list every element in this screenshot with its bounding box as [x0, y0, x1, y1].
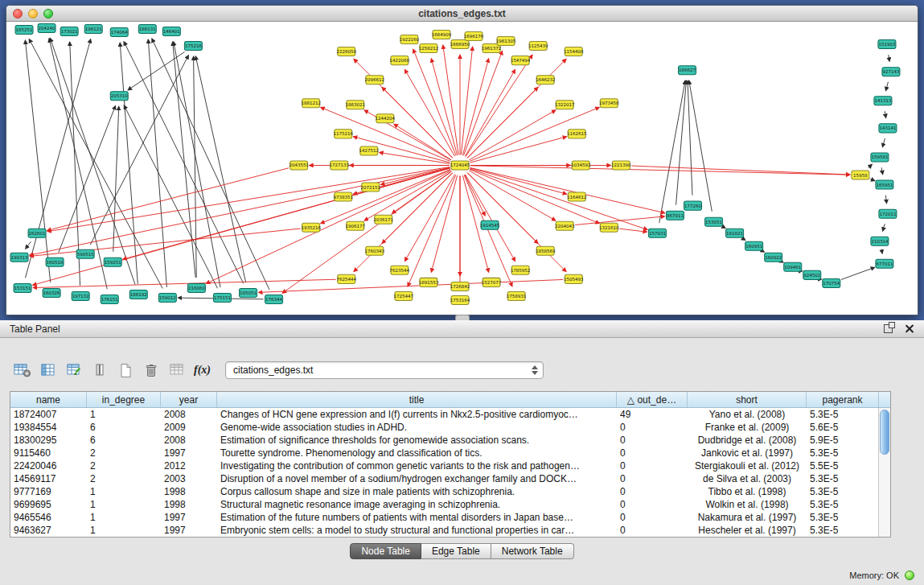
graph-node[interactable]: 1961305: [496, 37, 516, 46]
graph-node[interactable]: 173021: [60, 27, 78, 36]
graph-node[interactable]: 2043551: [289, 161, 308, 170]
graph-node[interactable]: 160922: [765, 253, 782, 262]
graph-node[interactable]: 1935216: [301, 223, 321, 232]
graph-node[interactable]: 1664909: [432, 31, 452, 39]
column-header-5[interactable]: short: [688, 392, 807, 407]
memory-indicator[interactable]: [905, 571, 914, 580]
table-row[interactable]: 969969511998Structural magnetic resonanc…: [10, 498, 890, 511]
new-table-button[interactable]: [114, 360, 136, 381]
graph-node[interactable]: 1164612: [567, 192, 586, 201]
graph-node[interactable]: 160326: [43, 288, 60, 297]
table-row[interactable]: 1456911722003Disruption of a novel membe…: [10, 472, 890, 485]
graph-node[interactable]: 262601: [28, 229, 46, 237]
graph-node[interactable]: 160518: [46, 257, 64, 266]
column-header-6[interactable]: pagerank: [807, 392, 879, 407]
edit-table-button[interactable]: [63, 360, 84, 381]
table-row[interactable]: 1938455462009Genome-wide association stu…: [10, 421, 890, 434]
graph-node[interactable]: 1753164: [450, 295, 470, 304]
graph-node[interactable]: 141313: [874, 97, 892, 105]
graph-node[interactable]: 1244204: [376, 114, 396, 123]
graph-node[interactable]: 216060: [187, 283, 205, 292]
graph-node[interactable]: 196121: [84, 25, 102, 34]
graph-node[interactable]: 165951: [876, 180, 893, 189]
graph-node[interactable]: 159012: [158, 293, 176, 302]
table-row[interactable]: 946554611997Estimation of the future num…: [10, 511, 890, 524]
graph-node[interactable]: 1547494: [511, 56, 531, 65]
graph-node[interactable]: 7625444: [337, 274, 357, 283]
mini-columns-button[interactable]: [88, 360, 110, 381]
graph-node[interactable]: 867911: [666, 211, 684, 220]
graph-node[interactable]: 15958: [852, 171, 869, 179]
graph-node[interactable]: 175151: [213, 293, 231, 302]
graph-node[interactable]: 176151: [101, 295, 118, 303]
close-window-button[interactable]: [13, 9, 23, 19]
graph-node[interactable]: 1154408: [564, 47, 584, 56]
tab-node-table[interactable]: Node Table: [350, 543, 421, 559]
graph-node[interactable]: 157931: [648, 229, 666, 237]
graph-node[interactable]: 1863021: [346, 101, 365, 109]
graph-node[interactable]: 1427512: [359, 146, 379, 155]
close-panel-icon[interactable]: [904, 323, 914, 334]
column-header-1[interactable]: in_degree: [87, 392, 161, 407]
graph-node[interactable]: 210314: [871, 237, 889, 245]
graph-node[interactable]: 1696176: [464, 32, 484, 41]
tab-edge-table[interactable]: Edge Table: [421, 543, 491, 559]
graph-node[interactable]: 924502: [803, 270, 821, 279]
graph-node[interactable]: 170754: [823, 278, 840, 287]
delete-table-button[interactable]: [140, 360, 162, 381]
graph-node[interactable]: 166627: [678, 66, 696, 75]
graph-node[interactable]: 1258212: [419, 44, 438, 53]
select-columns-button[interactable]: [37, 360, 59, 381]
graph-node[interactable]: 159581: [871, 153, 889, 162]
column-header-2[interactable]: year: [161, 392, 217, 407]
graph-node[interactable]: 1666950: [450, 40, 470, 49]
tab-network-table[interactable]: Network Table: [491, 543, 574, 559]
table-source-dropdown[interactable]: citations_edges.txt: [225, 361, 544, 379]
graph-node[interactable]: 1527077: [482, 278, 502, 286]
function-builder-button[interactable]: f(x): [191, 360, 213, 381]
graph-node[interactable]: 186131: [138, 25, 156, 34]
graph-node[interactable]: 185051: [240, 288, 257, 297]
graph-node[interactable]: 1034592: [571, 161, 590, 170]
column-header-0[interactable]: name: [10, 392, 87, 407]
float-panel-icon[interactable]: [884, 324, 893, 333]
graph-node[interactable]: 1906177: [346, 221, 366, 230]
minimize-window-button[interactable]: [28, 9, 38, 19]
table-row[interactable]: 1872400712008Changes of HCN gene express…: [10, 408, 890, 421]
graph-node[interactable]: 2036171: [374, 215, 393, 224]
graph-node[interactable]: 1922160: [400, 35, 420, 44]
graph-node[interactable]: 177260: [684, 201, 701, 210]
graph-node[interactable]: 1322017: [555, 101, 575, 109]
table-row[interactable]: 911546021997Tourette syndrome. Phenomeno…: [10, 447, 890, 459]
graph-node[interactable]: 143141: [879, 124, 897, 133]
window-title-bar[interactable]: citations_edges.txt: [6, 6, 918, 22]
table-row[interactable]: 977716911998Corpus callosum shape and si…: [10, 485, 890, 498]
graph-node[interactable]: 7623544: [390, 266, 410, 274]
graph-node[interactable]: 9738351: [333, 192, 352, 201]
graph-node[interactable]: 1505493: [564, 274, 584, 283]
graph-node[interactable]: 197132: [72, 291, 89, 300]
column-header-4[interactable]: △ out_de…: [617, 392, 688, 407]
graph-node[interactable]: 1891553: [419, 278, 439, 286]
graph-node[interactable]: 153151: [14, 283, 31, 292]
graph-node[interactable]: 205310: [110, 92, 128, 101]
graph-node[interactable]: 2072151: [361, 183, 380, 192]
graph-node[interactable]: 1175216: [333, 130, 353, 138]
graph-hub-node[interactable]: 1724045: [450, 161, 470, 170]
graph-node[interactable]: 1914545: [480, 220, 500, 229]
graph-node[interactable]: 1858569: [536, 246, 556, 255]
graph-node[interactable]: 1725447: [394, 291, 414, 300]
network-canvas[interactable]: 1724045103459211646122204043185856917859…: [6, 22, 918, 315]
graph-node[interactable]: 160951: [745, 241, 763, 250]
table-row[interactable]: 1830029562008Estimation of significance …: [10, 434, 890, 447]
graph-node[interactable]: 109461: [784, 262, 802, 271]
graph-node[interactable]: 159251: [104, 257, 121, 266]
graph-node[interactable]: 172011: [879, 209, 897, 218]
graph-node[interactable]: 1125439: [528, 42, 548, 51]
graph-node[interactable]: 1162615: [567, 130, 587, 138]
graph-node[interactable]: 1758931: [507, 291, 526, 300]
graph-node[interactable]: 2226058: [337, 47, 357, 56]
graph-node[interactable]: 1726842: [450, 282, 470, 290]
graph-node[interactable]: 165251: [15, 26, 33, 35]
graph-node[interactable]: 1422068: [390, 56, 410, 65]
